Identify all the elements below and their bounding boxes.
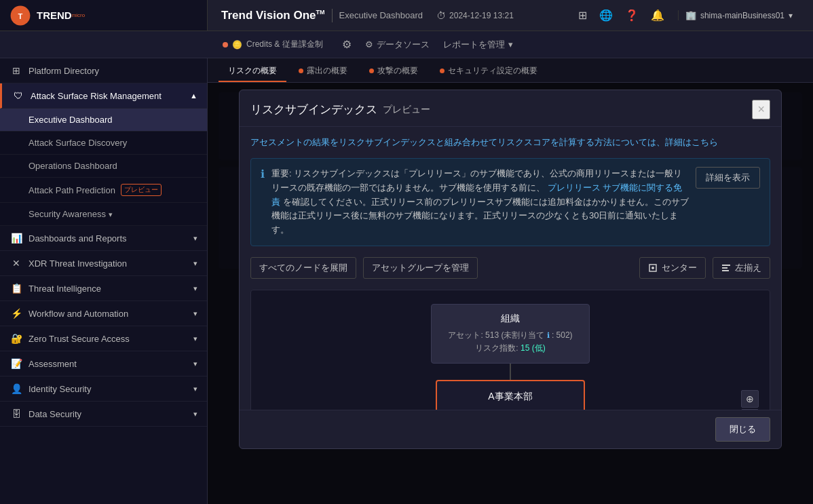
second-header: 🪙 Credits & 従量課金制 ⚙ ⚙ データソース レポートを管理 ▾ — [0, 31, 813, 58]
sidebar-item-attack-surface-discovery[interactable]: Attack Surface Discovery — [0, 132, 207, 155]
left-align-button[interactable]: 左揃え — [713, 257, 770, 279]
chevron-down-icon: ▾ — [193, 309, 197, 318]
business-node-detail: アセット: 11 リスクサブインデックス: 4 (低) — [453, 407, 568, 410]
chevron-down-icon: ▾ — [193, 234, 197, 243]
xdr-icon: ✕ — [10, 258, 23, 269]
bell-icon[interactable]: 🔔 — [651, 9, 664, 22]
modal-footer: 閉じる — [240, 410, 781, 448]
help-icon[interactable]: ❓ — [625, 9, 639, 22]
sidebar: ⊞ Platform Directory 🛡 Attack Surface Ri… — [0, 58, 208, 504]
logo-micro: micro — [72, 12, 86, 18]
svg-rect-6 — [722, 270, 729, 271]
node-tree-area: 組織 アセット: 513 (未割り当て ℹ : 502) リスク指数: 15 (… — [250, 290, 770, 410]
zoom-in-button[interactable]: + — [741, 409, 759, 410]
chevron-down-icon: ▾ — [193, 334, 197, 343]
sidebar-section-dashboards[interactable]: 📊 Dashboards and Reports ▾ — [0, 226, 207, 251]
left-align-icon — [721, 263, 731, 273]
modal-header: リスクサブインデックス プレビュー × — [240, 90, 781, 127]
chevron-down-icon: ▾ — [193, 284, 197, 293]
sidebar-section-assessment[interactable]: 📝 Assessment ▾ — [0, 351, 207, 376]
zoom-center-button[interactable]: ⊕ — [741, 390, 759, 408]
sidebar-section-identity[interactable]: 👤 Identity Security ▾ — [0, 376, 207, 402]
svg-text:T: T — [18, 12, 23, 20]
org-node: 組織 アセット: 513 (未割り当て ℹ : 502) リスク指数: 15 (… — [431, 304, 589, 364]
sidebar-section-xdr[interactable]: ✕ XDR Threat Investigation ▾ — [0, 251, 207, 276]
close-button[interactable]: 閉じる — [715, 417, 770, 442]
sidebar-section-data-security[interactable]: 🗄 Data Security ▾ — [0, 402, 207, 427]
user-area[interactable]: 🏢 shima-mainBusiness01 ▾ — [678, 10, 799, 20]
tab-exposure-overview[interactable]: 露出の概要 — [289, 61, 357, 82]
globe-icon[interactable]: 🌐 — [599, 9, 613, 22]
trend-logo-icon: T — [10, 5, 31, 26]
chevron-up-icon: ▲ — [190, 92, 197, 100]
attack-dot — [369, 69, 374, 73]
app-title: Trend Vision OneTM — [221, 9, 325, 22]
tab-attack-overview[interactable]: 攻撃の概要 — [360, 61, 428, 82]
business-node-title: A事業本部 — [453, 391, 568, 403]
asrm-sub-items: Executive Dashboard Attack Surface Disco… — [0, 109, 207, 226]
data-source-button[interactable]: ⚙ データソース — [365, 39, 430, 51]
assessment-icon: 📝 — [10, 358, 23, 369]
chevron-down-icon: ▾ — [789, 11, 793, 20]
sidebar-section-workflow[interactable]: ⚡ Workflow and Automation ▾ — [0, 301, 207, 326]
modal-close-button[interactable]: × — [752, 100, 770, 119]
header-icons: ⊞ 🌐 ❓ 🔔 — [578, 9, 671, 22]
sidebar-item-executive-dashboard[interactable]: Executive Dashboard — [0, 109, 207, 132]
detail-button[interactable]: 詳細を表示 — [696, 167, 760, 189]
zoom-controls: ⊕ + − — [741, 390, 759, 410]
exec-dashboard-label: Executive Dashboard — [339, 10, 423, 20]
tab-risk-overview[interactable]: リスクの概要 — [219, 61, 286, 82]
org-info-icon: ℹ — [547, 331, 552, 339]
modal-preview-badge: プレビュー — [383, 104, 430, 116]
preview-badge: プレビュー — [121, 184, 162, 196]
logo-area: T TREND micro — [0, 0, 208, 31]
header-divider — [332, 9, 333, 22]
exposure-dot — [299, 69, 303, 73]
center-icon — [648, 263, 658, 273]
modal-overlay: リスクサブインデックス プレビュー × アセスメントの結果をリスクサブインデック… — [208, 83, 813, 504]
identity-icon: 👤 — [10, 383, 23, 394]
threat-icon: 📋 — [10, 283, 23, 294]
grid-icon: ⊞ — [10, 65, 23, 76]
sidebar-section-zero-trust[interactable]: 🔐 Zero Trust Secure Access ▾ — [0, 326, 207, 351]
sidebar-item-operations-dashboard[interactable]: Operations Dashboard — [0, 155, 207, 178]
center-button[interactable]: センター — [639, 257, 706, 279]
report-button[interactable]: レポートを管理 ▾ — [443, 39, 513, 51]
shield-icon: 🛡 — [12, 90, 25, 101]
grid-icon[interactable]: ⊞ — [578, 9, 587, 22]
tab-bar: リスクの概要 露出の概要 攻撃の概要 セキュリティ設定の概要 — [208, 58, 813, 83]
svg-rect-5 — [722, 267, 727, 269]
asset-group-button[interactable]: アセットグループを管理 — [363, 257, 478, 279]
expand-nodes-button[interactable]: すべてのノードを展開 — [250, 257, 356, 279]
info-icon: ℹ — [261, 168, 265, 180]
modal-info-box: ℹ 重要: リスクサブインデックスは「プレリリース」のサブ機能であり、公式の商用… — [250, 158, 770, 246]
tree-connector — [510, 364, 511, 380]
org-node-title: 組織 — [448, 313, 572, 325]
settings-button[interactable]: ⚙ — [338, 35, 356, 54]
content-body: リスクサブインデックス プレビュー × アセスメントの結果をリスクサブインデック… — [208, 83, 813, 504]
credits-button[interactable]: 🪙 Credits & 従量課金制 — [217, 36, 328, 53]
sidebar-section-threat-intel[interactable]: 📋 Threat Intelligence ▾ — [0, 276, 207, 301]
business-node[interactable]: A事業本部 アセット: 11 リスクサブインデックス: 4 (低) — [436, 380, 586, 410]
org-node-detail: アセット: 513 (未割り当て ℹ : 502) リスク指数: 15 (低) — [448, 329, 572, 355]
workflow-icon: ⚡ — [10, 308, 23, 319]
tab-security-settings-overview[interactable]: セキュリティ設定の概要 — [430, 61, 547, 82]
modal-body: アセスメントの結果をリスクサブインデックスと組み合わせてリスクスコアを計算する方… — [240, 127, 781, 410]
chevron-down-icon: ▾ — [193, 410, 197, 419]
chevron-down-icon: ▾ — [193, 385, 197, 393]
chevron-down-icon: ▾ — [508, 39, 513, 50]
sidebar-section-asrm[interactable]: 🛡 Attack Surface Risk Management ▲ — [0, 83, 207, 109]
risk-low-value: 15 (低) — [521, 343, 546, 353]
credits-dot — [223, 42, 228, 47]
sidebar-item-platform-directory[interactable]: ⊞ Platform Directory — [0, 58, 207, 83]
modal-link-row[interactable]: アセスメントの結果をリスクサブインデックスと組み合わせてリスクスコアを計算する方… — [250, 136, 770, 149]
data-security-icon: 🗄 — [10, 408, 23, 419]
sidebar-item-attack-path-prediction[interactable]: Attack Path Prediction プレビュー — [0, 178, 207, 203]
sidebar-item-security-awareness[interactable]: Security Awareness ▾ — [0, 203, 207, 226]
main-layout: ⊞ Platform Directory 🛡 Attack Surface Ri… — [0, 58, 813, 504]
header-time: ⏱ 2024-12-19 13:21 — [436, 10, 514, 21]
chevron-down-icon: ▾ — [109, 210, 113, 218]
chevron-down-icon: ▾ — [193, 259, 197, 268]
chevron-down-icon: ▾ — [193, 360, 197, 368]
zero-trust-icon: 🔐 — [10, 333, 23, 344]
